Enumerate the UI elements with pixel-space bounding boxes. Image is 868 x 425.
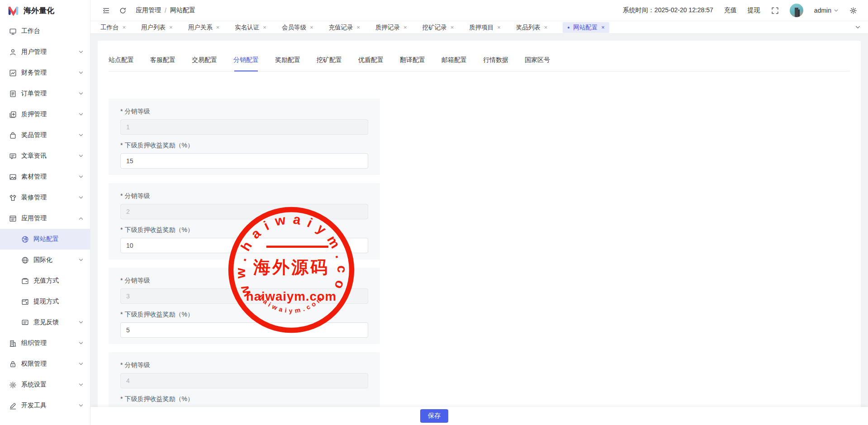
subtab-mailbox-config[interactable]: 邮箱配置	[441, 56, 467, 71]
close-icon[interactable]: ×	[403, 24, 407, 30]
sidebar-item-recharge-method[interactable]: 充值方式	[0, 270, 90, 291]
sidebar-item-workbench[interactable]: 工作台	[0, 21, 90, 42]
subtab-reward-config[interactable]: 奖励配置	[275, 56, 300, 71]
subtab-trade-config[interactable]: 交易配置	[192, 56, 217, 71]
close-icon[interactable]: ×	[123, 24, 126, 30]
wallet-icon	[21, 277, 29, 285]
tab-user-relations[interactable]: 用户关系×	[188, 24, 220, 32]
username: admin	[814, 7, 831, 14]
tab-list-chevron-icon[interactable]	[855, 24, 861, 30]
close-icon[interactable]: ×	[169, 24, 173, 30]
sidebar-item-material-management[interactable]: 素材管理	[0, 166, 90, 187]
sidebar-item-article-news[interactable]: 文章资讯	[0, 146, 90, 166]
tab-recharge-records[interactable]: 充值记录×	[328, 24, 360, 32]
monitor-icon	[9, 28, 17, 35]
tab-website-config[interactable]: •网站配置×	[563, 22, 609, 33]
sidebar-item-label: 权限管理	[21, 360, 47, 368]
tab-realname-auth[interactable]: 实名认证×	[235, 24, 266, 32]
sidebar-item-label: 网站配置	[33, 235, 59, 243]
org-building-icon	[9, 340, 17, 347]
breadcrumb-parent[interactable]: 应用管理	[136, 6, 161, 14]
active-dot-icon: •	[567, 24, 569, 31]
sidebar-item-app-management[interactable]: 应用管理	[0, 208, 90, 229]
sidebar-item-withdraw-method[interactable]: 提现方式	[0, 291, 90, 312]
sidebar-item-label: 国际化	[33, 256, 52, 264]
order-doc-icon	[9, 90, 17, 98]
fullscreen-icon[interactable]	[771, 7, 779, 14]
sidebar-item-label: 意见反馈	[33, 318, 59, 326]
subtab-translation-config[interactable]: 翻译配置	[400, 56, 425, 71]
subtab-market-data[interactable]: 行情数据	[483, 56, 508, 71]
close-icon[interactable]: ×	[544, 24, 548, 30]
refresh-icon[interactable]	[119, 7, 127, 14]
sidebar-item-label: 提现方式	[33, 298, 59, 306]
sidebar-item-feedback[interactable]: 意见反馈	[0, 312, 90, 333]
distribution-level-section-1: *分销等级 *下级质押收益奖励（%）	[109, 99, 380, 175]
close-icon[interactable]: ×	[601, 24, 605, 30]
reward-percent-input[interactable]	[120, 322, 368, 338]
sidebar-item-pledge-management[interactable]: 质押管理	[0, 104, 90, 125]
close-icon[interactable]: ×	[263, 24, 266, 30]
close-icon[interactable]: ×	[451, 24, 454, 30]
close-icon[interactable]: ×	[310, 24, 313, 30]
subtab-country-code[interactable]: 国家区号	[525, 56, 550, 71]
sidebar-item-website-config[interactable]: 网站配置	[0, 229, 90, 250]
tab-mining-records[interactable]: 挖矿记录×	[422, 24, 454, 32]
chevron-down-icon	[834, 8, 839, 13]
sidebar-item-i18n[interactable]: 国际化	[0, 250, 90, 270]
tab-bar: 工作台× 用户列表× 用户关系× 实名认证× 会员等级× 充值记录× 质押记录×…	[90, 21, 868, 34]
recharge-link[interactable]: 充值	[724, 6, 737, 14]
withdraw-link[interactable]: 提现	[748, 6, 760, 14]
chevron-down-icon	[78, 49, 84, 55]
sidebar-item-permission-management[interactable]: 权限管理	[0, 354, 90, 374]
sidebar-item-user-management[interactable]: 用户管理	[0, 42, 90, 62]
sidebar-item-label: 奖品管理	[21, 131, 47, 139]
subtab-youdun-config[interactable]: 优盾配置	[358, 56, 384, 71]
user-menu[interactable]: admin	[814, 7, 839, 14]
close-icon[interactable]: ×	[356, 24, 360, 30]
collapse-sidebar-icon[interactable]	[102, 7, 110, 14]
subtab-mining-config[interactable]: 挖矿配置	[317, 56, 342, 71]
sidebar-item-prize-management[interactable]: 奖品管理	[0, 125, 90, 146]
article-icon	[9, 152, 17, 160]
subtab-site-config[interactable]: 站点配置	[109, 56, 134, 71]
sidebar-item-system-settings[interactable]: 系统设置	[0, 374, 90, 395]
distribution-level-input	[120, 204, 368, 219]
distribution-level-input	[120, 288, 368, 304]
tab-prize-list[interactable]: 奖品列表×	[516, 24, 548, 32]
close-icon[interactable]: ×	[497, 24, 501, 30]
tab-member-level[interactable]: 会员等级×	[282, 24, 313, 32]
chevron-down-icon	[78, 112, 84, 117]
save-button[interactable]: 保存	[420, 409, 448, 423]
globe-icon	[21, 256, 29, 264]
tab-workbench[interactable]: 工作台×	[100, 24, 126, 32]
gear-icon[interactable]	[849, 7, 857, 14]
distribution-level-input	[120, 119, 368, 135]
tab-user-list[interactable]: 用户列表×	[141, 24, 173, 32]
header: 应用管理 / 网站配置 系统时间：2025-02-20 12:28:57 充值 …	[90, 0, 868, 21]
distribution-level-section-2: *分销等级 *下级质押收益奖励（%）	[109, 183, 380, 260]
sidebar-item-decoration-management[interactable]: 装修管理	[0, 187, 90, 208]
subtab-service-config[interactable]: 客服配置	[150, 56, 175, 71]
logo[interactable]: 海外量化	[0, 0, 90, 21]
pen-icon	[9, 402, 17, 410]
logo-text: 海外量化	[24, 5, 54, 16]
avatar[interactable]	[790, 4, 803, 17]
sidebar-item-order-management[interactable]: 订单管理	[0, 83, 90, 104]
decoration-icon	[9, 194, 17, 202]
image-icon	[9, 173, 17, 181]
breadcrumb: 应用管理 / 网站配置	[136, 6, 195, 14]
sidebar-item-finance-management[interactable]: 财务管理	[0, 62, 90, 83]
reward-percent-input[interactable]	[120, 153, 368, 169]
tab-pledge-records[interactable]: 质押记录×	[375, 24, 407, 32]
sidebar-item-org-management[interactable]: 组织管理	[0, 333, 90, 354]
chevron-down-icon	[78, 361, 84, 367]
tab-pledge-projects[interactable]: 质押项目×	[469, 24, 501, 32]
chevron-down-icon	[78, 403, 84, 408]
subtab-distribution-config[interactable]: 分销配置	[233, 56, 259, 71]
sidebar-item-dev-tools[interactable]: 开发工具	[0, 395, 90, 416]
close-icon[interactable]: ×	[216, 24, 220, 30]
reward-percent-input[interactable]	[120, 238, 368, 253]
chevron-up-icon	[78, 216, 84, 221]
sidebar-item-label: 系统设置	[21, 381, 47, 389]
